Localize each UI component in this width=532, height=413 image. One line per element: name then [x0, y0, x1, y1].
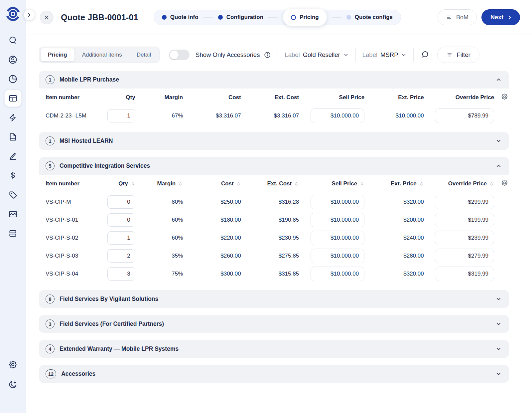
sidebar-expand-button[interactable]	[24, 10, 35, 20]
column-header-cost[interactable]: Cost	[186, 175, 244, 193]
table-search-button[interactable]	[420, 50, 429, 59]
label-filter-value: MSRP	[380, 51, 398, 59]
section-header[interactable]: 5Competitive Integration Services	[39, 157, 509, 175]
step-quote-configs[interactable]: Quote configs	[346, 14, 393, 21]
section-header[interactable]: 3Field Services (For Certified Partners)	[39, 315, 509, 333]
filter-button[interactable]: Filter	[437, 47, 479, 63]
top-bar: Quote JBB-0001-01 Quote info Configurati…	[26, 0, 532, 35]
sidebar-item-media[interactable]	[4, 205, 22, 223]
table-row: CDM-2-23--L5M67%$3,316.07$3,316.07$10,00…	[39, 107, 509, 125]
sell-price-input[interactable]	[311, 231, 364, 245]
column-header-sell-price[interactable]: Sell Price	[302, 175, 368, 193]
section-title: Competitive Integration Services	[60, 162, 150, 169]
page-title: Quote JBB-0001-01	[61, 13, 138, 22]
table-header-row: Item numberQtyMarginCostExt. CostSell Pr…	[39, 175, 509, 193]
sort-icon	[359, 181, 364, 186]
column-label: Cost	[221, 180, 234, 187]
qty-input[interactable]	[107, 195, 135, 209]
step-label: Quote configs	[355, 14, 393, 21]
content: Pricing Additional items Detail Show Onl…	[26, 35, 532, 383]
margin-cell: 35%	[139, 247, 187, 265]
tab-pricing[interactable]: Pricing	[40, 48, 75, 62]
info-icon[interactable]	[264, 51, 271, 59]
column-header-cost: Cost	[186, 89, 244, 107]
sidebar-item-signature[interactable]	[4, 147, 22, 165]
next-button[interactable]: Next	[481, 9, 520, 25]
sidebar-item-pricing-table[interactable]	[4, 90, 22, 107]
override-price-input[interactable]	[435, 249, 494, 263]
section-header[interactable]: 1MSI Hosted LEARN	[39, 132, 509, 150]
qty-input[interactable]	[107, 109, 135, 122]
sidebar-item-settings[interactable]	[4, 356, 22, 373]
qty-input[interactable]	[107, 231, 135, 245]
bom-button[interactable]: BoM	[438, 9, 477, 25]
override-price-input[interactable]	[435, 213, 494, 227]
table-settings-button[interactable]	[501, 179, 508, 187]
qty-input[interactable]	[107, 213, 135, 227]
sidebar-item-labels[interactable]	[4, 186, 22, 203]
sidebar-item-reports[interactable]	[4, 70, 22, 88]
section-header[interactable]: 8Field Services By Vigilant Solutions	[39, 290, 509, 308]
chevron-right-icon	[507, 15, 512, 20]
step-configuration[interactable]: Configuration	[218, 14, 263, 21]
override-price-input[interactable]	[435, 108, 494, 123]
tab-detail[interactable]: Detail	[129, 48, 158, 62]
toolbar-divider	[413, 48, 414, 62]
toggle-label: Show Only Accessories	[196, 51, 260, 59]
image-chart-icon	[8, 209, 18, 219]
label-filter-gold-reseller[interactable]: Label Gold Reseller	[285, 51, 348, 59]
close-quote-button[interactable]	[40, 11, 54, 24]
step-connector	[268, 17, 278, 18]
step-active-dot	[291, 15, 296, 20]
table-settings-button[interactable]	[501, 93, 508, 101]
sidebar-item-search[interactable]	[4, 32, 22, 49]
sidebar-item-dark-mode[interactable]	[4, 376, 22, 393]
sell-price-input[interactable]	[311, 108, 364, 123]
search-icon	[420, 50, 429, 59]
sell-price-input[interactable]	[311, 213, 364, 227]
chevron-up-icon	[495, 163, 502, 169]
sidebar-item-account[interactable]	[4, 51, 22, 68]
qty-input[interactable]	[107, 249, 135, 263]
column-label: Ext. Cost	[274, 94, 299, 101]
step-pricing[interactable]: Pricing	[283, 9, 327, 26]
column-header-qty[interactable]: Qty	[100, 175, 139, 193]
row-spacer-cell	[497, 265, 509, 283]
ext-price-cell: $320.00	[368, 193, 427, 211]
column-header-margin[interactable]: Margin	[139, 175, 187, 193]
section-header[interactable]: 4Extended Warranty — Mobile LPR Systems	[39, 340, 509, 358]
column-header-override-price[interactable]: Override Price	[427, 175, 497, 193]
sell-price-input[interactable]	[311, 195, 364, 209]
ext-cost-cell: $190.85	[244, 211, 302, 229]
sell-price-input[interactable]	[311, 267, 364, 281]
ext-cost-cell: $3,316.07	[244, 107, 302, 125]
override-price-input[interactable]	[435, 195, 494, 209]
override-price-input[interactable]	[435, 231, 494, 245]
override-price-input[interactable]	[435, 267, 494, 281]
section-header[interactable]: 1Mobile LPR Purchase	[39, 71, 509, 89]
section-card: 12Accessories	[39, 365, 509, 383]
sidebar-item-documents[interactable]	[4, 128, 22, 145]
section-title: Field Services (For Certified Partners)	[60, 320, 164, 327]
sidebar	[0, 0, 26, 413]
sidebar-item-actions[interactable]	[4, 109, 22, 126]
column-label: Override Price	[448, 180, 487, 187]
tab-additional-items[interactable]: Additional items	[75, 48, 129, 62]
row-spacer-cell	[497, 193, 509, 211]
sell-price-input[interactable]	[311, 249, 364, 263]
column-header-ext-price[interactable]: Ext. Price	[368, 175, 427, 193]
step-quote-info[interactable]: Quote info	[162, 14, 199, 21]
table-header-row: Item numberQtyMarginCostExt. CostSell Pr…	[39, 89, 509, 107]
app-logo[interactable]	[5, 6, 21, 22]
section-header[interactable]: 12Accessories	[39, 365, 509, 383]
show-only-accessories-toggle[interactable]	[169, 50, 190, 60]
column-header-ext-cost[interactable]: Ext. Cost	[244, 175, 302, 193]
sidebar-item-billing[interactable]	[4, 167, 22, 184]
lightning-icon	[8, 113, 18, 122]
qty-input[interactable]	[107, 267, 135, 281]
chevron-down-icon	[495, 321, 502, 327]
label-filter-msrp[interactable]: Label MSRP	[362, 51, 407, 59]
sidebar-item-layers[interactable]	[4, 225, 22, 242]
column-label: Margin	[165, 94, 183, 101]
step-connector	[332, 17, 341, 18]
